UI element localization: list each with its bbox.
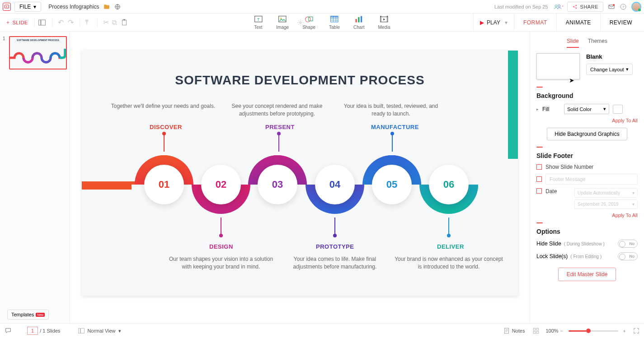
desc-discover: Together we'll define your needs and goa… <box>109 102 217 110</box>
insert-table[interactable]: Table <box>329 15 340 30</box>
add-slide-label: SLIDE <box>13 20 28 25</box>
show-slide-num-checkbox[interactable] <box>536 164 542 170</box>
collaborators-icon[interactable]: + <box>554 4 564 10</box>
svg-text:T: T <box>257 17 260 22</box>
footer-apply-all[interactable]: Apply To All <box>536 213 638 218</box>
text-icon: T <box>254 15 263 24</box>
layout-name: Blank <box>586 53 633 60</box>
comments-icon[interactable] <box>5 327 12 334</box>
desc-manufacture: Your idea is built, tested, reviewed, an… <box>337 102 445 118</box>
globe-icon[interactable] <box>114 4 121 10</box>
zoom-in-icon[interactable]: ＋ <box>622 328 627 334</box>
zoom-out-icon[interactable]: − <box>560 328 563 333</box>
tab-review[interactable]: REVIEW <box>600 14 641 31</box>
svg-point-3 <box>558 5 560 7</box>
label-present: PRESENT <box>265 124 295 130</box>
layout-thumbnail[interactable] <box>536 53 580 79</box>
label-design: DESIGN <box>209 243 233 250</box>
insert-image[interactable]: Image <box>276 15 289 30</box>
templates-button[interactable]: Templates New <box>7 310 49 319</box>
options-heading: Options <box>536 228 638 235</box>
copy-icon[interactable] <box>111 19 121 26</box>
slide-title: SOFTWARE DEVELOPMENT PROCESS <box>82 73 518 88</box>
svg-point-9 <box>613 4 615 6</box>
date-checkbox[interactable] <box>536 188 542 194</box>
paste-icon[interactable] <box>121 19 131 26</box>
thumb-number: 1 <box>3 36 7 69</box>
chevron-down-icon[interactable]: ▾ <box>505 19 508 26</box>
zoom-value[interactable]: 100% <box>545 328 558 333</box>
bg-apply-all[interactable]: Apply To All <box>536 118 638 123</box>
fit-screen-icon[interactable] <box>633 328 639 334</box>
fill-select[interactable]: Solid Color▾ <box>564 104 609 114</box>
chevron-down-icon: ▾ <box>626 66 629 72</box>
date-value-select[interactable]: September 26, 2019▾ <box>574 199 638 209</box>
table-icon <box>330 15 339 24</box>
svg-rect-26 <box>356 19 357 22</box>
desc-present: See your concept rendered and make adjus… <box>223 102 331 118</box>
play-button[interactable]: ▶ PLAY ▾ <box>473 14 514 31</box>
tab-animate[interactable]: ANIMATE <box>556 14 600 31</box>
last-modified: Last modified on Sep 25 <box>494 4 548 9</box>
file-menu[interactable]: FILE ▾ <box>14 2 41 12</box>
desc-design: Our team shapes your vision into a solut… <box>167 255 275 271</box>
date-update-select[interactable]: Update Automatically▾ <box>574 188 638 198</box>
edit-master-button[interactable]: Edit Master Slide <box>558 268 616 281</box>
label-discover: DISCOVER <box>150 124 182 130</box>
cut-icon[interactable]: ✂ <box>101 18 111 27</box>
insert-media[interactable]: Media <box>378 15 390 30</box>
svg-point-5 <box>573 6 574 7</box>
help-icon[interactable]: ? <box>620 3 627 10</box>
svg-rect-28 <box>361 16 362 23</box>
footer-msg-checkbox[interactable] <box>536 176 542 182</box>
expand-icon[interactable]: ▸ <box>536 107 539 111</box>
doc-name[interactable]: Process Infographics <box>48 4 99 10</box>
lock-slide-toggle[interactable]: No <box>618 252 638 260</box>
lock-slide-label: Lock Slide(s) <box>536 253 568 259</box>
media-icon <box>380 15 389 24</box>
background-heading: Background <box>536 92 638 99</box>
image-icon <box>278 15 287 24</box>
insert-chart[interactable]: Chart <box>353 15 364 30</box>
hide-bg-button[interactable]: Hide Background Graphics <box>547 128 627 140</box>
share-button[interactable]: SHARE <box>567 2 603 12</box>
grid-view-icon[interactable] <box>533 328 539 334</box>
new-badge: New <box>36 313 45 317</box>
label-deliver: DELIVER <box>437 243 464 250</box>
zoom-slider[interactable] <box>569 330 618 332</box>
svg-rect-35 <box>537 328 539 330</box>
redo-icon[interactable]: ↷ <box>66 18 76 27</box>
file-menu-label: FILE <box>19 4 31 10</box>
undo-icon[interactable]: ↶ <box>56 18 66 27</box>
svg-point-6 <box>575 5 577 6</box>
layout-view-icon[interactable] <box>38 19 48 26</box>
notes-toggle[interactable]: Notes <box>504 328 525 334</box>
svg-rect-37 <box>537 331 539 333</box>
add-slide-button[interactable]: ＋ SLIDE <box>3 17 31 28</box>
slide-thumbnail[interactable]: SOFTWARE DEVELOPMENT PROCESS <box>9 36 67 69</box>
folder-icon[interactable] <box>103 4 110 10</box>
format-painter-icon[interactable] <box>84 19 94 26</box>
tab-format[interactable]: FORMAT <box>514 14 556 31</box>
shape-icon <box>305 15 314 24</box>
mail-icon[interactable] <box>608 3 615 10</box>
panel-tab-slide[interactable]: Slide <box>567 38 579 48</box>
current-slide[interactable]: 1 <box>27 327 38 335</box>
hide-slide-label: Hide Slide <box>536 241 561 247</box>
view-mode[interactable]: Normal View ▾ <box>78 328 121 334</box>
play-icon: ▶ <box>480 19 484 26</box>
insert-shape[interactable]: Shape <box>302 15 315 30</box>
hide-slide-toggle[interactable]: No <box>618 240 638 248</box>
svg-rect-36 <box>534 331 536 333</box>
svg-rect-27 <box>358 17 360 22</box>
date-label: Date <box>545 188 557 194</box>
panel-tab-themes[interactable]: Themes <box>588 38 607 48</box>
user-avatar[interactable] <box>631 2 641 12</box>
slide-canvas[interactable]: SOFTWARE DEVELOPMENT PROCESS Together we… <box>82 51 518 296</box>
change-layout-button[interactable]: Change Layout▾ <box>586 64 633 75</box>
desc-prototype: Your idea comes to life. Make final adju… <box>281 255 389 271</box>
footer-msg-input[interactable]: Footer Message <box>545 174 638 185</box>
fill-color-swatch[interactable] <box>613 105 623 114</box>
insert-text[interactable]: T Text <box>254 15 263 30</box>
svg-rect-34 <box>534 328 536 330</box>
